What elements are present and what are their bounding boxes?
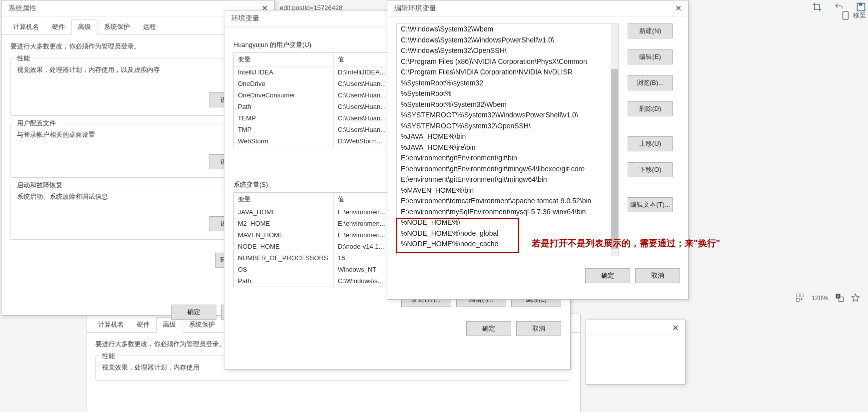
up-button[interactable]: 上移(U) <box>628 136 673 151</box>
svg-rect-1 <box>859 3 863 6</box>
path-item[interactable]: E:\environment\tomcatEnvironment\apache-… <box>397 196 618 207</box>
tab-computer-name[interactable]: 计算机名 <box>6 19 45 34</box>
path-item[interactable]: %JAVA_HOME%\bin <box>397 131 618 142</box>
env-vars-title: 环境变量 <box>231 14 259 23</box>
delete-button[interactable]: 删除(D) <box>628 101 673 116</box>
browse-button[interactable]: 浏览(B)... <box>628 75 673 90</box>
path-item[interactable]: E:\environment\mySqlEnvironment\mysql-5.… <box>397 207 618 218</box>
tab-protection[interactable]: 系统保护 <box>97 19 136 34</box>
star-icon[interactable] <box>851 293 860 302</box>
ok-button[interactable]: 确定 <box>585 268 630 283</box>
svg-rect-6 <box>801 299 802 300</box>
tab-advanced[interactable]: 高级 <box>71 19 97 35</box>
mobile-label: 移至 <box>853 11 866 20</box>
path-item[interactable]: %SYSTEMROOT%\System32\WindowsPowerShell\… <box>397 110 618 121</box>
svg-text:A: A <box>837 295 839 298</box>
perf-legend: 性能 <box>100 352 117 361</box>
toolbar-mobile: 移至 <box>842 11 866 20</box>
perf-legend: 性能 <box>15 54 32 63</box>
scrollbar[interactable] <box>611 24 618 256</box>
path-item[interactable]: %JAVA_HOME%\jre\bin <box>397 142 618 153</box>
save-icon[interactable] <box>856 2 866 12</box>
zoom-status: 120% A <box>796 293 860 302</box>
cancel-button[interactable]: 取消 <box>635 268 680 283</box>
profile-desc: 与登录帐户相关的桌面设置 <box>17 130 259 139</box>
startup-legend: 启动和故障恢复 <box>15 181 64 190</box>
annotation-text: 若是打开不是列表展示的，需要通过；来"换行" <box>532 237 720 249</box>
qr-icon[interactable] <box>796 293 805 302</box>
path-item[interactable]: C:\Windows\System32\OpenSSH\ <box>397 45 618 56</box>
edit-button[interactable]: 编辑(E) <box>628 49 673 64</box>
undo-icon[interactable] <box>834 2 844 12</box>
path-item[interactable]: %SystemRoot%\system32 <box>397 78 618 89</box>
path-item[interactable]: E:\environment\gitEnvironment\git\mingw6… <box>397 174 618 185</box>
crop-icon[interactable] <box>812 2 822 12</box>
translate-icon[interactable]: A <box>835 293 844 302</box>
svg-rect-5 <box>796 299 799 302</box>
close-icon[interactable]: ✕ <box>669 323 681 333</box>
toolbar-top <box>812 2 866 12</box>
svg-rect-3 <box>796 294 799 297</box>
ok-button[interactable]: 确定 <box>466 321 511 336</box>
profile-legend: 用户配置文件 <box>15 119 58 128</box>
path-item[interactable]: %SystemRoot% <box>397 88 618 99</box>
blank-panel: ✕ <box>586 320 686 385</box>
path-item[interactable]: C:\Program Files\NVIDIA Corporation\NVID… <box>397 67 618 78</box>
svg-rect-2 <box>843 11 849 19</box>
zoom-value: 120% <box>812 294 828 302</box>
perf-desc: 视觉效果，处理器计划，内存使用，以及虚拟内存 <box>17 65 259 74</box>
close-icon[interactable]: ✕ <box>672 3 684 13</box>
edit-text-button[interactable]: 编辑文本(T)... <box>628 197 673 212</box>
edit-env-dialog: 编辑环境变量 ✕ C:\Windows\System32\WbemC:\Wind… <box>387 0 689 300</box>
annotation-box <box>396 218 519 253</box>
path-item[interactable]: C:\Program Files (x86)\NVIDIA Corporatio… <box>397 56 618 67</box>
edit-env-title: 编辑环境变量 <box>394 4 436 13</box>
path-item[interactable]: %SystemRoot%\System32\Wbem <box>397 99 618 110</box>
path-item[interactable]: %SYSTEMROOT%\System32\OpenSSH\ <box>397 121 618 132</box>
col-var: 变量 <box>234 53 334 66</box>
down-button[interactable]: 下移(O) <box>628 162 673 177</box>
mobile-icon <box>842 11 849 20</box>
sys-props-title: 系统属性 <box>8 4 36 13</box>
path-item[interactable]: C:\Windows\System32\WindowsPowerShell\v1… <box>397 35 618 46</box>
tab-hardware[interactable]: 硬件 <box>45 19 71 34</box>
path-item[interactable]: C:\Windows\System32\Wbem <box>397 24 618 35</box>
ok-button[interactable]: 确定 <box>171 305 216 320</box>
col-var: 变量 <box>234 193 334 206</box>
cancel-button[interactable]: 取消 <box>516 321 561 336</box>
tab-remote[interactable]: 远程 <box>136 19 162 34</box>
path-item[interactable]: %MAVEN_HOME%\bin <box>397 185 618 196</box>
startup-desc: 系统启动、系统故障和调试信息 <box>17 192 259 201</box>
new-button[interactable]: 新建(N) <box>628 23 673 38</box>
path-item[interactable]: E:\environment\gitEnvironment\git\bin <box>397 153 618 164</box>
path-item[interactable]: E:\environment\gitEnvironment\git\mingw6… <box>397 164 618 175</box>
svg-rect-4 <box>801 294 804 297</box>
